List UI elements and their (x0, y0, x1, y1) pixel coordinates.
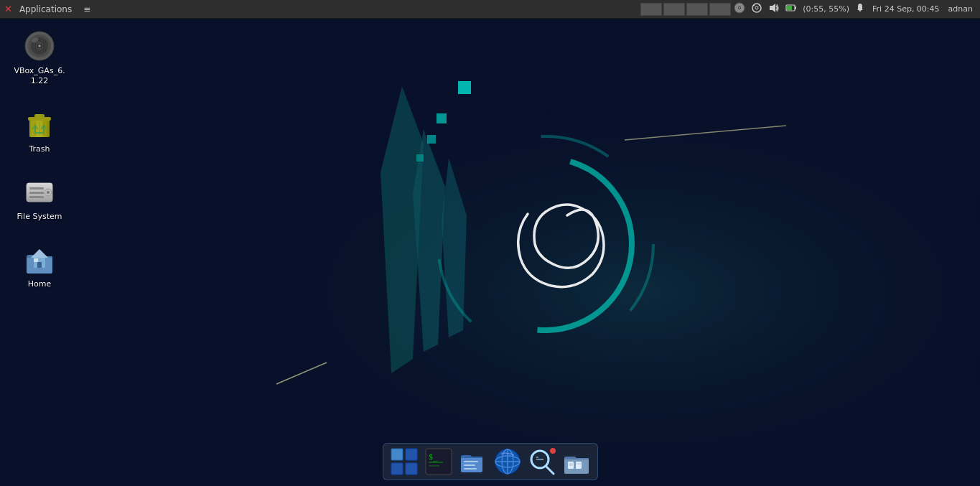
audio-tray-icon[interactable] (767, 1, 781, 17)
svg-rect-55 (464, 461, 478, 462)
svg-line-16 (625, 126, 786, 140)
svg-line-6 (759, 5, 760, 6)
dock-files[interactable] (457, 445, 490, 478)
workspace-button-1[interactable] (640, 3, 662, 16)
xfce-icon: ✕ (4, 4, 12, 14)
svg-point-14 (438, 136, 653, 352)
workspace-button-2[interactable] (663, 3, 685, 16)
menubar-left: ✕ Applications ≡ (0, 4, 95, 14)
vbox-icon[interactable]: VBox_GAs_6.1.22 (7, 26, 72, 90)
battery-text: (0:55, 55%) (801, 4, 851, 14)
workspace-button-4[interactable] (709, 3, 731, 16)
notification-bell-icon[interactable] (854, 2, 867, 16)
dock-terminal[interactable]: $_ (422, 445, 455, 478)
svg-point-40 (47, 191, 50, 194)
svg-rect-70 (576, 462, 582, 469)
svg-rect-38 (29, 196, 44, 198)
svg-rect-47 (406, 449, 417, 460)
svg-rect-36 (29, 187, 44, 190)
svg-point-25 (38, 45, 41, 47)
svg-rect-37 (29, 192, 44, 194)
filesystem-label: File System (17, 212, 62, 222)
svg-rect-30 (34, 114, 45, 118)
svg-rect-48 (391, 463, 403, 475)
svg-rect-18 (437, 113, 447, 123)
desktop: VBox_GAs_6.1.22 (0, 0, 980, 486)
menubar-right: (0:55, 55%) Fri 24 Sep, 00:45 adnan (640, 1, 980, 17)
desktop-icons: VBox_GAs_6.1.22 (7, 26, 72, 292)
menubar: ✕ Applications ≡ (0, 0, 980, 19)
svg-point-2 (739, 7, 740, 9)
svg-rect-49 (406, 463, 417, 475)
filesystem-image (22, 174, 57, 209)
filesystem-icon[interactable]: File System (7, 172, 72, 225)
vbox-label: VBox_GAs_6.1.22 (14, 66, 65, 87)
cd-tray-icon[interactable] (732, 1, 747, 17)
svg-line-15 (276, 363, 327, 384)
trash-label: Trash (29, 144, 50, 154)
trash-icon[interactable]: Trash (7, 104, 72, 157)
svg-text:$_: $_ (429, 453, 438, 462)
svg-point-13 (459, 158, 632, 330)
dock-search[interactable] (526, 445, 559, 478)
svg-rect-9 (795, 6, 796, 9)
clipboard-tray-icon[interactable] (750, 1, 764, 17)
svg-rect-57 (464, 468, 477, 469)
svg-point-4 (755, 6, 758, 9)
home-label: Home (28, 279, 51, 289)
svg-rect-11 (0, 0, 980, 486)
svg-point-3 (752, 4, 761, 12)
home-image (22, 242, 57, 276)
svg-marker-7 (770, 4, 775, 12)
trash-image (22, 107, 57, 141)
svg-rect-19 (427, 135, 436, 144)
svg-rect-46 (391, 449, 403, 460)
taskbar: $_ (383, 443, 598, 480)
clock: Fri 24 Sep, 00:45 (869, 4, 943, 14)
svg-rect-44 (37, 262, 42, 268)
workspace-button-3[interactable] (686, 3, 708, 16)
svg-rect-20 (416, 154, 424, 162)
svg-rect-10 (787, 6, 792, 10)
svg-rect-12 (0, 0, 980, 486)
username: adnan (946, 4, 976, 14)
home-icon[interactable]: Home (7, 239, 72, 292)
dock-file-manager[interactable] (560, 445, 593, 478)
menu-separator: ≡ (79, 4, 95, 14)
dock-workspace-switcher[interactable] (388, 445, 421, 478)
vbox-image (22, 29, 57, 63)
notification-dot (550, 448, 556, 454)
applications-menu[interactable]: Applications (15, 4, 76, 14)
svg-marker-42 (31, 249, 48, 258)
battery-tray-icon[interactable] (784, 1, 798, 17)
svg-line-5 (754, 5, 755, 6)
dock-browser[interactable] (491, 445, 524, 478)
svg-rect-17 (458, 81, 471, 94)
svg-rect-45 (34, 258, 38, 262)
system-tray: (0:55, 55%) Fri 24 Sep, 00:45 adnan (732, 1, 976, 17)
svg-line-64 (546, 466, 554, 474)
svg-rect-56 (464, 464, 475, 466)
